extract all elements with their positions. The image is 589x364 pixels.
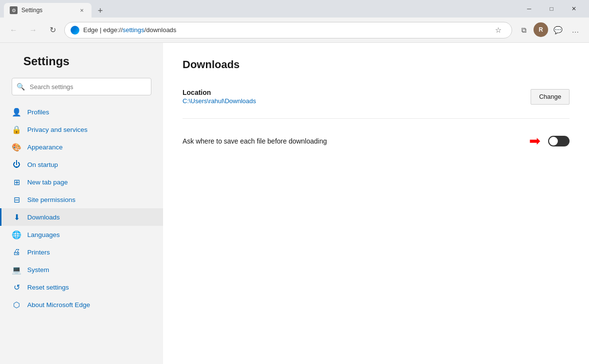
forward-button[interactable]: → <box>25 22 41 38</box>
sidebar-item-label-printers: Printers <box>27 249 50 256</box>
sidebar-item-icon-about: ⬡ <box>12 300 21 309</box>
sidebar-item-label-system: System <box>27 266 49 273</box>
toggle-knob <box>549 137 558 146</box>
location-info: Location C:\Users\rahul\Downloads <box>183 89 256 105</box>
toggle-area: ➡ <box>529 134 570 148</box>
sidebar-item-reset-settings[interactable]: ↺Reset settings <box>0 278 163 296</box>
tab-favicon: ⚙ <box>10 6 18 14</box>
tab-close-button[interactable]: ✕ <box>78 6 86 14</box>
url-keyword: settings <box>123 26 145 34</box>
sidebar-item-label-reset-settings: Reset settings <box>27 284 69 291</box>
sidebar-item-label-site-permissions: Site permissions <box>27 196 75 203</box>
ask-save-label: Ask where to save each file before downl… <box>183 137 327 145</box>
search-settings-input[interactable] <box>12 78 151 95</box>
tab-title: Settings <box>21 7 74 14</box>
location-section: Location C:\Users\rahul\Downloads Change <box>183 85 570 119</box>
page-title: Downloads <box>183 58 570 71</box>
sidebar-item-printers[interactable]: 🖨Printers <box>0 243 163 261</box>
sidebar-item-system[interactable]: 💻System <box>0 261 163 278</box>
ask-save-toggle[interactable] <box>548 136 570 146</box>
sidebar-item-icon-system: 💻 <box>12 265 21 274</box>
close-button[interactable]: ✕ <box>563 0 585 18</box>
maximize-button[interactable]: □ <box>540 0 563 18</box>
sidebar-item-new-tab-page[interactable]: ⊞New tab page <box>0 173 163 191</box>
sidebar-item-label-languages: Languages <box>27 231 60 238</box>
search-settings-wrapper: 🔍 <box>12 78 151 95</box>
sidebar-item-icon-appearance: 🎨 <box>12 142 21 152</box>
sidebar-item-label-about: About Microsoft Edge <box>27 301 90 309</box>
sidebar-item-icon-profiles: 👤 <box>12 107 21 117</box>
location-value: C:\Users\rahul\Downloads <box>183 97 256 105</box>
address-separator: | <box>100 26 103 34</box>
url-suffix: /downloads <box>145 26 177 34</box>
new-tab-button[interactable]: + <box>93 4 107 18</box>
sidebar-item-downloads[interactable]: ⬇Downloads <box>0 208 163 226</box>
sidebar-item-icon-on-startup: ⏻ <box>12 160 21 169</box>
search-settings-container: 🔍 <box>0 78 163 103</box>
title-bar: ⚙ Settings ✕ + ─ □ ✕ <box>0 0 589 18</box>
sidebar-item-appearance[interactable]: 🎨Appearance <box>0 138 163 156</box>
sidebar-item-label-on-startup: On startup <box>27 161 58 168</box>
nav-bar: ← → ↻ Edge | edge://settings/downloads ☆… <box>0 18 589 43</box>
sidebar: Settings 🔍 👤Profiles🔒Privacy and service… <box>0 43 163 364</box>
sidebar-item-profiles[interactable]: 👤Profiles <box>0 103 163 121</box>
location-row: Location C:\Users\rahul\Downloads Change <box>183 85 570 109</box>
sidebar-item-icon-languages: 🌐 <box>12 230 21 239</box>
sidebar-title: Settings <box>0 55 163 78</box>
sidebar-item-languages[interactable]: 🌐Languages <box>0 226 163 243</box>
sidebar-item-on-startup[interactable]: ⏻On startup <box>0 156 163 173</box>
location-label: Location <box>183 89 256 96</box>
ask-save-toggle-row: Ask where to save each file before downl… <box>183 128 570 154</box>
sidebar-item-icon-new-tab-page: ⊞ <box>12 177 21 187</box>
main-layout: Settings 🔍 👤Profiles🔒Privacy and service… <box>0 43 589 364</box>
change-button[interactable]: Change <box>531 89 570 105</box>
menu-button[interactable]: … <box>568 22 583 38</box>
sidebar-item-icon-printers: 🖨 <box>12 247 21 257</box>
sidebar-item-privacy[interactable]: 🔒Privacy and services <box>0 121 163 138</box>
refresh-button[interactable]: ↻ <box>45 22 60 38</box>
sidebar-item-label-profiles: Profiles <box>27 109 49 116</box>
back-button[interactable]: ← <box>6 22 21 38</box>
brand-name: Edge <box>83 26 98 34</box>
tab-area: ⚙ Settings ✕ + <box>4 0 516 18</box>
nav-items-list: 👤Profiles🔒Privacy and services🎨Appearanc… <box>0 103 163 313</box>
address-text: Edge | edge://settings/downloads <box>83 26 486 34</box>
sidebar-item-label-privacy: Privacy and services <box>27 126 88 133</box>
window-controls: ─ □ ✕ <box>518 0 585 18</box>
profile-button[interactable]: R <box>534 22 548 37</box>
feedback-button[interactable]: 💬 <box>550 22 566 38</box>
sidebar-item-label-downloads: Downloads <box>27 214 60 221</box>
search-icon: 🔍 <box>17 83 25 91</box>
settings-tab[interactable]: ⚙ Settings ✕ <box>4 3 92 18</box>
minimize-button[interactable]: ─ <box>518 0 540 18</box>
sidebar-item-icon-site-permissions: ⊟ <box>12 195 21 204</box>
edge-logo-icon <box>71 26 79 35</box>
url-prefix: edge:// <box>103 26 123 34</box>
sidebar-item-site-permissions[interactable]: ⊟Site permissions <box>0 191 163 208</box>
sidebar-item-icon-privacy: 🔒 <box>12 125 21 134</box>
sidebar-item-label-appearance: Appearance <box>27 144 63 151</box>
sidebar-item-icon-downloads: ⬇ <box>12 212 21 222</box>
address-bar[interactable]: Edge | edge://settings/downloads ☆ <box>64 22 512 38</box>
content-area: Downloads Location C:\Users\rahul\Downlo… <box>163 43 589 364</box>
sidebar-item-icon-reset-settings: ↺ <box>12 282 21 292</box>
collections-button[interactable]: ⧉ <box>516 22 532 38</box>
red-arrow-icon: ➡ <box>529 134 540 148</box>
favorite-button[interactable]: ☆ <box>490 22 506 38</box>
sidebar-item-about[interactable]: ⬡About Microsoft Edge <box>0 296 163 313</box>
sidebar-item-label-new-tab-page: New tab page <box>27 179 68 186</box>
nav-actions: ⧉ R 💬 … <box>516 22 583 38</box>
